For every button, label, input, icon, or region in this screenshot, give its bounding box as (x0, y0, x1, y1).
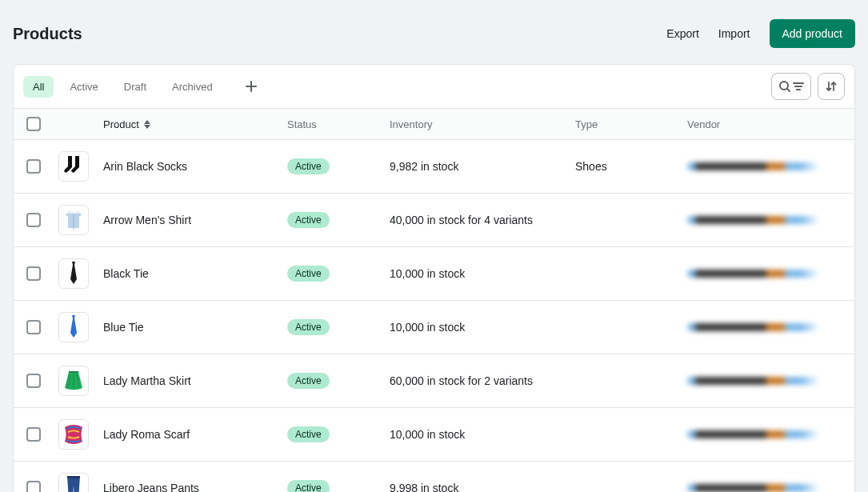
column-type[interactable]: Type (575, 118, 687, 130)
export-button[interactable]: Export (666, 27, 698, 40)
column-inventory[interactable]: Inventory (390, 118, 575, 130)
row-checkbox[interactable] (26, 374, 41, 388)
product-thumbnail[interactable] (58, 473, 89, 492)
product-name[interactable]: Lady Roma Scarf (103, 428, 190, 441)
filter-tabs: All Active Draft Archived (23, 75, 262, 98)
column-vendor[interactable]: Vendor (687, 118, 842, 130)
status-badge: Active (287, 266, 330, 282)
table-row[interactable]: Libero Jeans PantsActive9,998 in stock (14, 462, 854, 492)
tab-active[interactable]: Active (60, 76, 107, 98)
inventory-text: 40,000 in stock for 4 variants (390, 214, 575, 226)
sort-arrows-icon (144, 120, 150, 129)
inventory-text: 60,000 in stock for 2 variants (390, 374, 575, 387)
svg-rect-2 (67, 476, 80, 478)
product-thumbnail[interactable] (58, 419, 89, 450)
product-thumbnail[interactable] (58, 151, 89, 182)
tab-all[interactable]: All (23, 76, 54, 98)
inventory-text: 10,000 in stock (390, 428, 575, 441)
table-row[interactable]: Lady Martha SkirtActive60,000 in stock f… (14, 354, 854, 408)
add-product-button[interactable]: Add product (770, 19, 856, 48)
search-icon (778, 80, 791, 93)
vendor-text (687, 162, 819, 170)
row-checkbox[interactable] (26, 320, 41, 334)
product-name[interactable]: Arrow Men's Shirt (103, 214, 191, 226)
product-thumbnail[interactable] (58, 366, 89, 396)
plus-icon (246, 81, 257, 92)
product-name[interactable]: Arin Black Socks (103, 160, 187, 173)
table-row[interactable]: Arin Black SocksActive9,982 in stockShoe… (14, 140, 854, 194)
filter-icon (793, 81, 804, 92)
type-text: Shoes (575, 160, 687, 173)
status-badge: Active (287, 212, 330, 228)
add-view-button[interactable] (240, 75, 262, 98)
products-card: All Active Draft Archived Product (13, 64, 855, 492)
vendor-text (687, 216, 819, 224)
table-row[interactable]: Black TieActive10,000 in stock (14, 247, 854, 301)
vendor-text (687, 377, 819, 385)
column-status[interactable]: Status (287, 118, 390, 130)
inventory-text: 10,000 in stock (390, 321, 575, 334)
inventory-text: 10,000 in stock (390, 267, 575, 280)
sort-button[interactable] (818, 73, 845, 100)
product-name[interactable]: Blue Tie (103, 321, 144, 334)
product-thumbnail[interactable] (58, 258, 89, 289)
row-checkbox[interactable] (26, 481, 41, 492)
status-badge: Active (287, 319, 330, 335)
select-all-checkbox[interactable] (26, 117, 41, 131)
header-actions: Export Import Add product (666, 19, 855, 48)
svg-rect-1 (68, 212, 79, 214)
page-title: Products (13, 25, 82, 43)
row-checkbox[interactable] (26, 266, 41, 281)
inventory-text: 9,998 in stock (390, 482, 575, 492)
vendor-text (687, 270, 819, 278)
product-name[interactable]: Lady Martha Skirt (103, 374, 191, 387)
status-badge: Active (287, 426, 330, 442)
product-name[interactable]: Black Tie (103, 267, 149, 280)
table-row[interactable]: Arrow Men's ShirtActive40,000 in stock f… (14, 194, 854, 247)
row-checkbox[interactable] (26, 427, 41, 442)
product-name[interactable]: Libero Jeans Pants (103, 482, 199, 492)
table-header: Product Status Inventory Type Vendor (14, 108, 854, 140)
row-checkbox[interactable] (26, 159, 41, 174)
status-badge: Active (287, 158, 330, 174)
status-badge: Active (287, 480, 330, 492)
search-filter-button[interactable] (771, 73, 811, 100)
inventory-text: 9,982 in stock (390, 160, 575, 173)
table-row[interactable]: Blue TieActive10,000 in stock (14, 301, 854, 354)
column-product-label: Product (103, 118, 139, 130)
product-thumbnail[interactable] (58, 205, 89, 235)
column-product[interactable]: Product (103, 118, 287, 130)
table-row[interactable]: Lady Roma ScarfActive10,000 in stock (14, 408, 854, 462)
tab-archived[interactable]: Archived (162, 76, 222, 98)
row-checkbox[interactable] (26, 213, 41, 227)
import-button[interactable]: Import (718, 27, 750, 40)
status-badge: Active (287, 373, 330, 389)
sort-icon (825, 80, 838, 93)
vendor-text (687, 430, 819, 438)
tab-draft[interactable]: Draft (114, 76, 156, 98)
product-thumbnail[interactable] (58, 312, 89, 342)
vendor-text (687, 484, 819, 492)
vendor-text (687, 323, 819, 331)
